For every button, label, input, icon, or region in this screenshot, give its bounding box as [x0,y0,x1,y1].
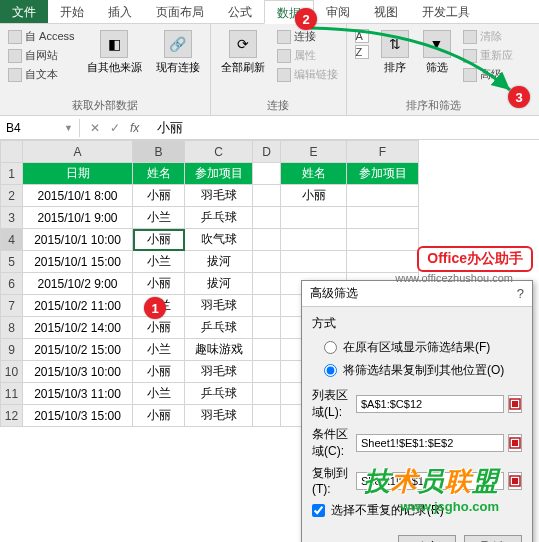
cancel-formula-icon[interactable]: ✕ [90,121,100,135]
cell[interactable] [253,317,281,339]
cell[interactable]: 2015/10/2 9:00 [23,273,133,295]
btn-from-web[interactable]: 自网站 [6,47,77,64]
row-header[interactable]: 12 [1,405,23,427]
cell[interactable]: 羽毛球 [185,295,253,317]
table-header[interactable]: 姓名 [281,163,347,185]
cell[interactable]: 小丽 [281,185,347,207]
cell[interactable] [253,295,281,317]
row-header[interactable]: 4 [1,229,23,251]
criteria-range-input[interactable] [356,434,504,452]
table-header[interactable]: 日期 [23,163,133,185]
cell[interactable]: 拔河 [185,273,253,295]
radio-inplace-input[interactable] [324,341,337,354]
cell[interactable]: 2015/10/3 11:00 [23,383,133,405]
row-header[interactable]: 1 [1,163,23,185]
name-box[interactable]: B4▼ [0,119,80,137]
cell[interactable]: 2015/10/2 11:00 [23,295,133,317]
tab-dev[interactable]: 开发工具 [410,0,482,23]
cell[interactable]: 小丽 [133,405,185,427]
col-header-E[interactable]: E [281,141,347,163]
cell[interactable] [253,273,281,295]
cell[interactable]: 羽毛球 [185,185,253,207]
cell[interactable]: 乒乓球 [185,317,253,339]
btn-from-access[interactable]: 自 Access [6,28,77,45]
row-header[interactable]: 10 [1,361,23,383]
row-header[interactable]: 7 [1,295,23,317]
btn-connections[interactable]: 连接 [275,28,340,45]
cell[interactable] [253,185,281,207]
cell[interactable]: 乒乓球 [185,383,253,405]
cell[interactable]: 拔河 [185,251,253,273]
name-box-dropdown-icon[interactable]: ▼ [64,123,73,133]
btn-sort-desc[interactable]: Z [353,44,371,60]
cell[interactable]: 羽毛球 [185,405,253,427]
row-header[interactable]: 9 [1,339,23,361]
row-header[interactable]: 3 [1,207,23,229]
cell[interactable]: 2015/10/2 14:00 [23,317,133,339]
cell[interactable]: 趣味游戏 [185,339,253,361]
fx-icon[interactable]: fx [130,121,139,135]
table-header[interactable]: 参加项目 [347,163,419,185]
criteria-range-ref-button[interactable] [508,434,522,452]
enter-formula-icon[interactable]: ✓ [110,121,120,135]
formula-input[interactable]: 小丽 [149,117,539,139]
tab-view[interactable]: 视图 [362,0,410,23]
cell[interactable]: 小丽 [133,361,185,383]
tab-insert[interactable]: 插入 [96,0,144,23]
cell[interactable] [347,229,419,251]
tab-review[interactable]: 审阅 [314,0,362,23]
row-header[interactable]: 5 [1,251,23,273]
row-header[interactable]: 11 [1,383,23,405]
select-all-corner[interactable] [1,141,23,163]
cell[interactable] [253,339,281,361]
row-header[interactable]: 2 [1,185,23,207]
ok-button[interactable]: 确定 [398,535,456,542]
radio-filter-inplace[interactable]: 在原有区域显示筛选结果(F) [312,336,522,359]
cell[interactable]: 吹气球 [185,229,253,251]
cell[interactable] [253,163,281,185]
cell[interactable]: 2015/10/3 10:00 [23,361,133,383]
col-header-C[interactable]: C [185,141,253,163]
cell[interactable] [253,229,281,251]
cell[interactable] [347,207,419,229]
help-icon[interactable]: ? [517,286,524,301]
row-header[interactable]: 8 [1,317,23,339]
list-range-ref-button[interactable] [508,395,522,413]
cancel-button[interactable]: 取消 [464,535,522,542]
btn-sort-asc[interactable]: A [353,28,371,44]
col-header-F[interactable]: F [347,141,419,163]
btn-advanced-filter[interactable]: 高级 [461,66,515,83]
btn-existing-conn[interactable]: 🔗 现有连接 [152,28,204,96]
list-range-input[interactable] [356,395,504,413]
cell[interactable] [253,383,281,405]
tab-layout[interactable]: 页面布局 [144,0,216,23]
tab-formulas[interactable]: 公式 [216,0,264,23]
cell[interactable]: 2015/10/1 9:00 [23,207,133,229]
cell[interactable]: 乒乓球 [185,207,253,229]
btn-other-sources[interactable]: ◧ 自其他来源 [83,28,146,96]
table-header[interactable]: 参加项目 [185,163,253,185]
cell[interactable] [253,251,281,273]
radio-copy-input[interactable] [324,364,337,377]
cell[interactable]: 小兰 [133,339,185,361]
cell[interactable]: 小丽 [133,273,185,295]
btn-from-text[interactable]: 自文本 [6,66,77,83]
tab-home[interactable]: 开始 [48,0,96,23]
table-header[interactable]: 姓名 [133,163,185,185]
dialog-titlebar[interactable]: 高级筛选 ? [302,281,532,307]
radio-copy-to[interactable]: 将筛选结果复制到其他位置(O) [312,359,522,382]
cell[interactable]: 2015/10/1 10:00 [23,229,133,251]
btn-sort[interactable]: ⇅ 排序 [377,28,413,96]
btn-refresh-all[interactable]: ⟳ 全部刷新 [217,28,269,96]
copy-to-ref-button[interactable] [508,472,522,490]
cell[interactable]: 小兰 [133,251,185,273]
col-header-B[interactable]: B [133,141,185,163]
cell[interactable]: 2015/10/3 15:00 [23,405,133,427]
cell[interactable]: 2015/10/1 15:00 [23,251,133,273]
cell[interactable]: 羽毛球 [185,361,253,383]
cell[interactable]: 2015/10/2 15:00 [23,339,133,361]
cell[interactable] [347,185,419,207]
cell[interactable]: 小丽 [133,185,185,207]
cell[interactable] [253,207,281,229]
cell[interactable] [347,251,419,273]
